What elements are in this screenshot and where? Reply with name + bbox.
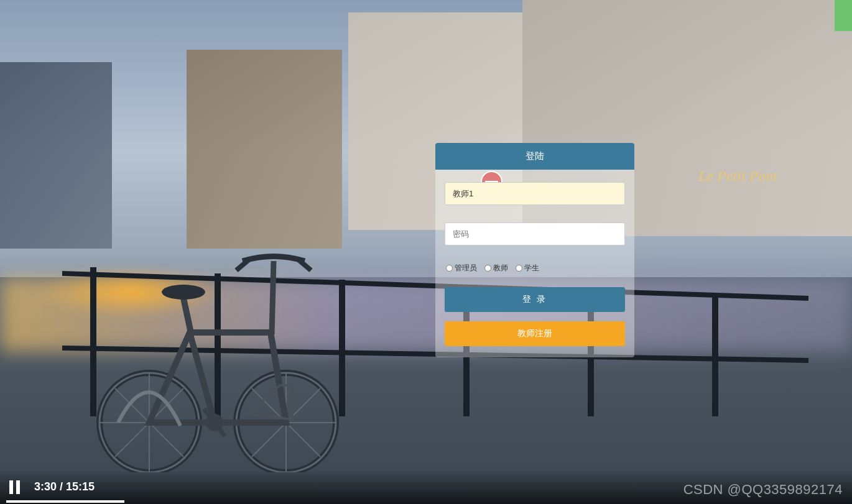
login-button[interactable]: 登 录	[445, 287, 625, 312]
time-separator: /	[57, 480, 66, 493]
teacher-register-button[interactable]: 教师注册	[445, 321, 625, 346]
role-student-option[interactable]: 学生	[516, 263, 539, 273]
role-student-radio[interactable]	[516, 265, 522, 272]
role-admin-option[interactable]: 管理员	[446, 263, 477, 273]
password-input[interactable]	[445, 222, 625, 245]
total-time: 15:15	[66, 480, 95, 493]
username-input[interactable]	[445, 182, 625, 205]
video-progress-bar[interactable]	[6, 500, 124, 503]
svg-point-23	[162, 285, 205, 300]
role-student-label: 学生	[524, 263, 539, 273]
role-teacher-option[interactable]: 教师	[484, 263, 508, 273]
role-teacher-radio[interactable]	[484, 265, 491, 272]
role-selection-row: 管理员 教师 学生	[445, 263, 625, 273]
svg-line-20	[190, 332, 215, 423]
role-admin-radio[interactable]	[446, 265, 453, 272]
svg-line-24	[272, 261, 274, 334]
store-sign-text: Le Petit Pont	[698, 168, 777, 185]
video-time-display: 3:30 / 15:15	[34, 480, 95, 493]
current-time: 3:30	[34, 480, 57, 493]
login-panel: 登陆 管理员 教师 学生 登 录 教师注册	[435, 143, 634, 357]
svg-line-26	[299, 260, 311, 270]
pause-icon[interactable]	[9, 480, 22, 494]
role-admin-label: 管理员	[455, 263, 477, 273]
svg-line-22	[183, 295, 192, 336]
green-corner-badge	[835, 0, 852, 31]
svg-line-25	[236, 260, 249, 270]
login-header-title: 登陆	[435, 143, 634, 170]
csdn-watermark: CSDN @QQ3359892174	[683, 482, 843, 498]
bicycle-image	[81, 174, 342, 472]
role-teacher-label: 教师	[493, 263, 508, 273]
login-body: 管理员 教师 学生 登 录 教师注册	[435, 170, 634, 346]
